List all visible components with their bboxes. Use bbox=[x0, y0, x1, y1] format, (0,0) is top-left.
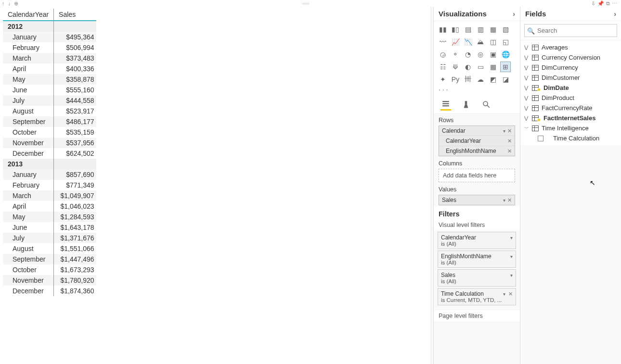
chevron-down-icon[interactable]: ▾ bbox=[503, 291, 505, 297]
viz-type-icon[interactable]: ▮▯ bbox=[450, 24, 461, 35]
month-cell[interactable]: January bbox=[3, 32, 54, 42]
month-cell[interactable]: June bbox=[3, 85, 54, 95]
viz-type-icon[interactable]: 📈 bbox=[450, 37, 461, 47]
viz-type-icon[interactable]: ◩ bbox=[488, 74, 498, 85]
well-field[interactable]: Sales▾✕ bbox=[439, 195, 515, 205]
chevron-down-icon[interactable]: ▾ bbox=[503, 198, 505, 203]
table-item[interactable]: ﹀Time Intelligence bbox=[521, 123, 620, 133]
columns-well[interactable]: Add data fields here bbox=[439, 169, 515, 182]
column-header-year[interactable]: CalendarYear bbox=[3, 9, 54, 21]
filter-card[interactable]: EnglishMonthName▾is (All) bbox=[438, 251, 516, 268]
table-item[interactable]: ⋁DimCustomer bbox=[521, 73, 620, 83]
focus-mode-icon[interactable]: ⧉ bbox=[606, 0, 610, 7]
table-item[interactable]: ⋁Currency Conversion bbox=[521, 52, 620, 63]
month-cell[interactable]: February bbox=[3, 42, 54, 53]
format-tab-icon[interactable] bbox=[461, 98, 471, 111]
filter-card[interactable]: CalendarYear▾is (All) bbox=[438, 232, 516, 249]
expand-all-icon[interactable]: ⊕ bbox=[14, 0, 18, 6]
viz-type-icon[interactable]: ◶ bbox=[438, 49, 448, 60]
viz-type-icon[interactable]: ⊞ bbox=[500, 62, 511, 72]
month-cell[interactable]: September bbox=[3, 254, 54, 264]
table-item[interactable]: ⋁DimCurrency bbox=[521, 63, 620, 73]
month-cell[interactable]: January bbox=[3, 169, 54, 180]
remove-field-icon[interactable]: ✕ bbox=[507, 138, 512, 144]
viz-type-icon[interactable]: ⚬ bbox=[450, 49, 461, 60]
expand-icon[interactable]: ⋁ bbox=[524, 95, 529, 100]
fields-tab-icon[interactable] bbox=[440, 98, 451, 111]
field-item[interactable]: Time Calculation bbox=[521, 133, 620, 143]
month-cell[interactable]: May bbox=[3, 74, 54, 85]
fields-header[interactable]: Fields › bbox=[520, 7, 621, 21]
chevron-down-icon[interactable]: ▾ bbox=[510, 273, 513, 278]
month-cell[interactable]: March bbox=[3, 53, 54, 63]
viz-type-icon[interactable]: 📉 bbox=[463, 37, 473, 47]
expand-icon[interactable]: ﹀ bbox=[524, 125, 529, 132]
viz-type-icon[interactable]: ▥ bbox=[475, 24, 486, 35]
viz-type-icon[interactable]: 🌐 bbox=[500, 49, 511, 60]
well-field[interactable]: EnglishMonthName✕ bbox=[439, 146, 515, 156]
more-visuals-icon[interactable]: · · · bbox=[434, 86, 520, 95]
expand-icon[interactable]: ⋁ bbox=[524, 65, 529, 70]
filter-card[interactable]: Time Calculation▾✕is Current, MTD, YTD, … bbox=[438, 288, 516, 305]
table-item[interactable]: ⋁DimDate bbox=[521, 83, 620, 93]
viz-type-icon[interactable]: ◎ bbox=[475, 49, 486, 60]
chevron-down-icon[interactable]: ▾ bbox=[510, 235, 513, 240]
month-cell[interactable]: June bbox=[3, 222, 54, 233]
month-cell[interactable]: May bbox=[3, 212, 54, 222]
viz-type-icon[interactable]: ◔ bbox=[463, 49, 473, 60]
viz-type-icon[interactable]: ☁ bbox=[475, 74, 486, 85]
grip-icon[interactable]: ══ bbox=[20, 0, 591, 6]
well-field[interactable]: Calendar▾✕ bbox=[439, 126, 515, 136]
month-cell[interactable]: November bbox=[3, 138, 54, 148]
viz-type-icon[interactable]: ▧ bbox=[500, 24, 511, 35]
month-cell[interactable]: December bbox=[3, 286, 54, 296]
month-cell[interactable]: October bbox=[3, 127, 54, 138]
viz-type-icon[interactable]: ▮▮ bbox=[438, 24, 448, 35]
viz-type-icon[interactable]: ✦ bbox=[438, 74, 448, 85]
rows-well[interactable]: Calendar▾✕CalendarYear✕EnglishMonthName✕ bbox=[439, 126, 515, 156]
month-cell[interactable]: July bbox=[3, 95, 54, 106]
viz-type-icon[interactable]: ▤ bbox=[463, 24, 473, 35]
expand-icon[interactable]: ⋁ bbox=[524, 55, 529, 60]
export-icon[interactable]: ⇩ bbox=[591, 0, 595, 7]
viz-type-icon[interactable]: ◱ bbox=[500, 37, 511, 47]
field-checkbox[interactable] bbox=[538, 136, 543, 141]
viz-type-icon[interactable]: ☷ bbox=[438, 62, 448, 72]
month-cell[interactable]: February bbox=[3, 180, 54, 190]
remove-field-icon[interactable]: ✕ bbox=[507, 197, 512, 203]
viz-type-icon[interactable]: ▦ bbox=[488, 24, 498, 35]
analytics-tab-icon[interactable] bbox=[481, 98, 492, 111]
more-options-icon[interactable]: ⋯ bbox=[612, 0, 617, 7]
remove-field-icon[interactable]: ✕ bbox=[507, 128, 512, 134]
viz-type-icon[interactable]: ⟱ bbox=[450, 62, 461, 72]
month-cell[interactable]: July bbox=[3, 233, 54, 243]
month-cell[interactable]: August bbox=[3, 106, 54, 116]
month-cell[interactable]: November bbox=[3, 275, 54, 286]
table-item[interactable]: ⋁Averages bbox=[521, 42, 620, 52]
table-item[interactable]: ⋁DimProduct bbox=[521, 93, 620, 103]
viz-type-icon[interactable]: ⛰ bbox=[475, 37, 486, 47]
viz-type-icon[interactable]: Py bbox=[450, 74, 461, 85]
collapse-pane-icon[interactable]: › bbox=[513, 10, 515, 18]
viz-type-icon[interactable]: ▦ bbox=[488, 62, 498, 72]
chevron-down-icon[interactable]: ▾ bbox=[503, 128, 505, 134]
year-group-cell[interactable]: 2012 bbox=[3, 21, 54, 32]
viz-type-icon[interactable]: ◫ bbox=[488, 37, 498, 47]
month-cell[interactable]: December bbox=[3, 148, 54, 159]
viz-type-icon[interactable]: ◪ bbox=[500, 74, 511, 85]
table-item[interactable]: ⋁FactInternetSales bbox=[521, 113, 620, 123]
viz-type-icon[interactable]: ◐ bbox=[463, 62, 473, 72]
expand-icon[interactable]: ⋁ bbox=[524, 75, 529, 80]
viz-type-icon[interactable]: 〰 bbox=[438, 37, 448, 47]
expand-icon[interactable]: ⋁ bbox=[524, 45, 529, 50]
well-field[interactable]: CalendarYear✕ bbox=[439, 136, 515, 146]
collapse-pane-icon[interactable]: › bbox=[614, 10, 616, 18]
month-cell[interactable]: March bbox=[3, 190, 54, 201]
year-group-cell[interactable]: 2013 bbox=[3, 159, 54, 169]
pin-icon[interactable]: 📌 bbox=[597, 0, 604, 7]
month-cell[interactable]: October bbox=[3, 264, 54, 275]
remove-field-icon[interactable]: ✕ bbox=[507, 148, 512, 154]
expand-icon[interactable]: ⋁ bbox=[524, 105, 529, 111]
month-cell[interactable]: September bbox=[3, 116, 54, 127]
report-canvas[interactable]: CalendarYear Sales 2012January$495,364Fe… bbox=[0, 7, 431, 364]
